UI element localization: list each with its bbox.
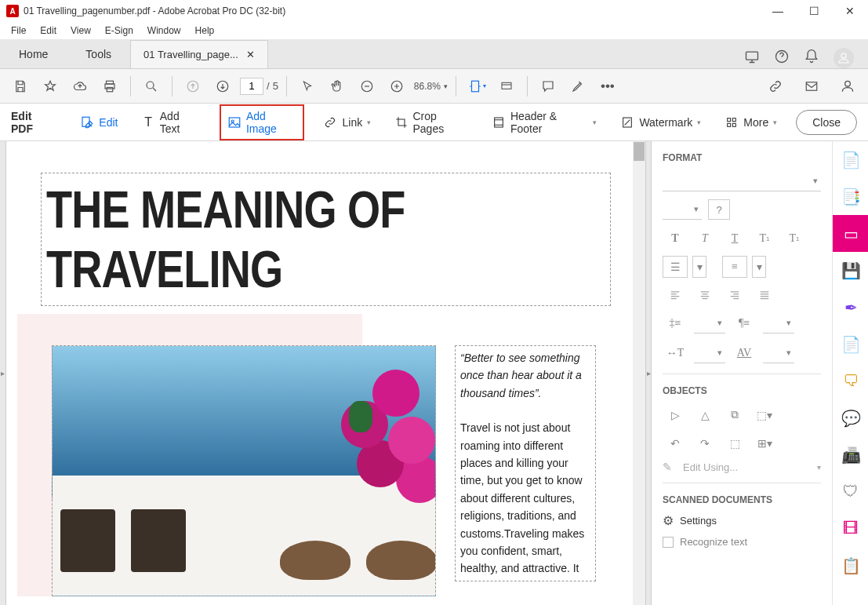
- align-objects-button[interactable]: ⊞▾: [752, 432, 777, 454]
- notifications-icon[interactable]: [804, 49, 819, 68]
- rich-media-icon[interactable]: 🎞: [833, 510, 868, 547]
- zoom-level[interactable]: 86.8% ▾: [414, 81, 448, 92]
- more-tools-icon[interactable]: •••: [595, 74, 620, 99]
- print-icon[interactable]: [97, 74, 122, 99]
- subscript-button[interactable]: T1: [782, 228, 807, 250]
- account-avatar[interactable]: [833, 48, 854, 68]
- flip-vertical-button[interactable]: ▷: [663, 404, 688, 426]
- heading-text-box[interactable]: THE MEANING OF TRAVELING: [41, 173, 611, 306]
- crop-object-button[interactable]: ⧉: [722, 404, 747, 426]
- edit-tool[interactable]: Edit: [75, 112, 122, 133]
- create-pdf-icon[interactable]: 📄: [833, 141, 868, 178]
- comment-rail-icon[interactable]: 💬: [833, 399, 868, 436]
- more-rail-icon[interactable]: 📋: [833, 547, 868, 584]
- prev-page-icon[interactable]: [180, 74, 205, 99]
- menu-file[interactable]: File: [5, 24, 32, 38]
- highlight-icon[interactable]: [565, 74, 590, 99]
- tab-tools[interactable]: Tools: [67, 40, 130, 68]
- rotate-ccw-button[interactable]: ↶: [663, 432, 688, 454]
- line-spacing-dropdown[interactable]: ▾: [694, 313, 725, 333]
- document-view[interactable]: THE MEANING OF TRAVELING “Better to see …: [6, 141, 645, 605]
- font-size-dropdown[interactable]: ▾: [663, 199, 702, 220]
- zoom-in-icon[interactable]: [384, 74, 409, 99]
- align-right-button[interactable]: [722, 284, 747, 306]
- export-pdf-icon[interactable]: 💾: [833, 252, 868, 289]
- menu-view[interactable]: View: [64, 24, 97, 38]
- email-icon[interactable]: [799, 74, 824, 99]
- zoom-out-icon[interactable]: [354, 74, 380, 99]
- replace-image-button[interactable]: ⬚: [722, 432, 747, 454]
- close-editbar-button[interactable]: Close: [796, 110, 857, 135]
- vertical-scrollbar[interactable]: [633, 141, 645, 605]
- char-spacing-dropdown[interactable]: ▾: [763, 343, 794, 363]
- font-family-dropdown[interactable]: ▾: [663, 171, 821, 191]
- link-share-icon[interactable]: [763, 74, 788, 99]
- tab-home[interactable]: Home: [0, 40, 67, 68]
- left-panel-toggle[interactable]: ▸: [0, 141, 6, 605]
- menu-window[interactable]: Window: [141, 24, 187, 38]
- menu-help[interactable]: Help: [189, 24, 221, 38]
- watermark-tool[interactable]: Watermark ▾: [616, 112, 706, 133]
- help-icon[interactable]: [774, 49, 790, 68]
- add-image-tool[interactable]: Add Image: [220, 104, 305, 140]
- menu-edit[interactable]: Edit: [34, 24, 63, 38]
- settings-button[interactable]: ⚙ Settings: [663, 513, 821, 528]
- align-center-button[interactable]: [692, 284, 717, 306]
- tab-close-icon[interactable]: ✕: [246, 49, 255, 60]
- tab-document[interactable]: 01 Travelling_page... ✕: [130, 40, 268, 68]
- star-icon[interactable]: [38, 74, 63, 99]
- rotate-cw-button[interactable]: ↷: [692, 432, 717, 454]
- read-mode-icon[interactable]: [494, 74, 519, 99]
- protect-icon[interactable]: 🛡: [833, 473, 868, 510]
- more-tool[interactable]: More ▾: [720, 112, 782, 133]
- send-comments-icon[interactable]: 🗨: [833, 363, 868, 399]
- bold-button[interactable]: T: [663, 228, 688, 250]
- cloud-upload-icon[interactable]: [67, 74, 93, 99]
- body-text-box[interactable]: “Better to see something once than hear …: [455, 345, 596, 581]
- paragraph-spacing-dropdown[interactable]: ▾: [763, 313, 794, 333]
- right-panel-toggle[interactable]: ▸: [645, 141, 652, 605]
- underline-button[interactable]: T: [722, 228, 747, 250]
- header-footer-tool[interactable]: Header & Footer ▾: [488, 107, 602, 138]
- share-desktop-icon[interactable]: [744, 49, 760, 68]
- add-text-tool[interactable]: T Add Text: [136, 107, 205, 138]
- combine-files-icon[interactable]: 📑: [833, 178, 868, 215]
- align-justify-button[interactable]: [752, 284, 777, 306]
- numbered-list-button[interactable]: ≡: [722, 256, 747, 278]
- link-tool[interactable]: Link ▾: [318, 112, 376, 133]
- bullet-list-button[interactable]: ☰: [663, 256, 688, 278]
- scan-icon[interactable]: 📠: [833, 436, 868, 473]
- arrange-button[interactable]: ⬚▾: [752, 404, 777, 426]
- fit-width-icon[interactable]: ▾: [464, 74, 489, 99]
- comment-icon[interactable]: [536, 74, 561, 99]
- sign-icon[interactable]: ✒: [833, 289, 868, 326]
- document-image[interactable]: [52, 345, 436, 596]
- find-icon[interactable]: [139, 74, 164, 99]
- close-window-button[interactable]: ✕: [832, 0, 868, 22]
- minimize-button[interactable]: —: [760, 0, 796, 22]
- save-icon[interactable]: [8, 74, 33, 99]
- crop-tool[interactable]: Crop Pages: [390, 107, 474, 138]
- edit-using-dropdown[interactable]: Edit Using...: [678, 461, 738, 473]
- bullet-list-dropdown[interactable]: ▾: [692, 256, 706, 278]
- edit-pdf-rail-icon[interactable]: ▭: [833, 215, 868, 252]
- select-tool-icon[interactable]: [295, 74, 320, 99]
- page-current-input[interactable]: [240, 78, 263, 95]
- hand-tool-icon[interactable]: [325, 74, 350, 99]
- color-picker[interactable]: ?: [708, 199, 730, 220]
- align-left-button[interactable]: [663, 284, 688, 306]
- recognize-text-checkbox[interactable]: Recognize text: [663, 536, 821, 548]
- superscript-button[interactable]: T1: [752, 228, 777, 250]
- maximize-button[interactable]: ☐: [796, 0, 832, 22]
- horizontal-scale-dropdown[interactable]: ▾: [694, 343, 725, 363]
- people-icon[interactable]: [835, 74, 860, 99]
- organize-pages-icon[interactable]: 📄: [833, 326, 868, 363]
- image-icon: [227, 115, 242, 129]
- svg-rect-5: [107, 87, 113, 91]
- menu-esign[interactable]: E-Sign: [99, 24, 140, 38]
- edit-pdf-toolbar: Edit PDF Edit T Add Text Add Image Link …: [0, 104, 868, 141]
- numbered-list-dropdown[interactable]: ▾: [752, 256, 766, 278]
- italic-button[interactable]: T: [692, 228, 717, 250]
- flip-horizontal-button[interactable]: △: [692, 404, 717, 426]
- next-page-icon[interactable]: [210, 74, 235, 99]
